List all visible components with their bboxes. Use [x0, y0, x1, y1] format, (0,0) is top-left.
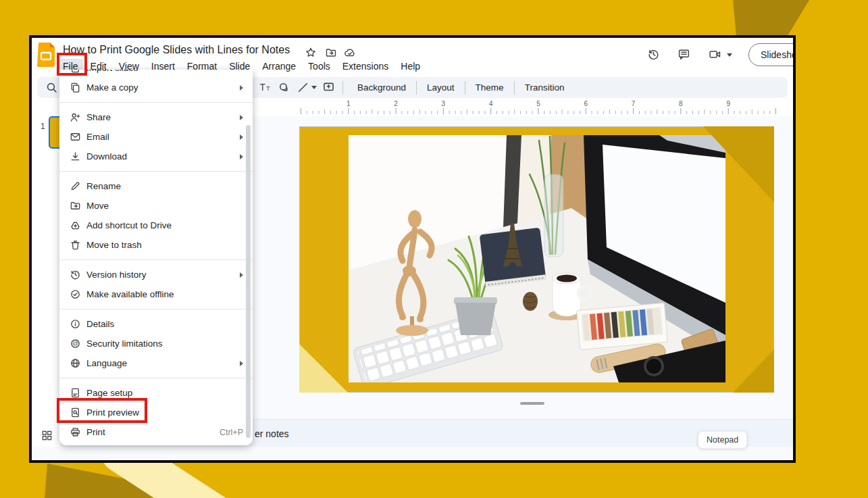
- file-menu: Import slidesMake a copyShareEmailDownlo…: [59, 70, 253, 445]
- menu-item-label: Rename: [86, 181, 121, 191]
- tutorial-screenshot: How to Print Google Slides with Lines fo…: [0, 0, 868, 498]
- rename-icon: [70, 180, 81, 192]
- file-menu-item-print[interactable]: PrintCtrl+P: [59, 422, 253, 442]
- comments-icon[interactable]: [678, 48, 690, 61]
- line-dropdown-icon[interactable]: [311, 86, 317, 89]
- star-icon[interactable]: [305, 47, 317, 59]
- slide[interactable]: [299, 126, 774, 393]
- file-menu-item-language[interactable]: Language: [59, 353, 253, 373]
- submenu-arrow-icon: [240, 154, 243, 159]
- menu-item-label: Print: [86, 427, 105, 437]
- move-folder-icon[interactable]: [325, 47, 337, 59]
- file-menu-item-share[interactable]: Share: [59, 107, 253, 127]
- menu-item-label: Make a copy: [86, 82, 138, 93]
- email-icon: [70, 131, 81, 143]
- menu-item-label: Page setup: [86, 388, 132, 398]
- file-menu-item-make-available-offline[interactable]: Make available offline: [59, 284, 253, 304]
- svg-text:8: 8: [679, 100, 683, 107]
- speaker-notes-text: er notes: [255, 428, 289, 439]
- slide-photo: [349, 135, 725, 382]
- download-icon: [70, 151, 81, 162]
- svg-text:T: T: [266, 84, 270, 92]
- bottom-strip: [32, 447, 793, 460]
- slideshow-button[interactable]: Slideshow: [748, 43, 793, 66]
- insert-text-box-icon[interactable]: TT: [257, 80, 272, 95]
- trash-icon: [70, 239, 81, 251]
- menu-item-label: Download: [86, 151, 127, 161]
- svg-text:9: 9: [726, 100, 730, 107]
- menu-item-label: Share: [86, 112, 111, 122]
- notepad-button[interactable]: Notepad: [698, 431, 747, 449]
- version-history-icon[interactable]: [647, 48, 660, 61]
- toolbar-divider: [416, 81, 417, 95]
- annotation-box-file: [57, 53, 87, 76]
- search-icon[interactable]: [45, 81, 58, 94]
- toolbar-divider: [342, 81, 343, 95]
- security-icon: @: [70, 338, 81, 349]
- info-icon: [70, 318, 81, 330]
- meet-camera-icon[interactable]: [709, 48, 721, 61]
- drive-add-icon: [70, 220, 81, 231]
- notes-resize-handle[interactable]: [520, 402, 544, 405]
- svg-text:3: 3: [442, 100, 446, 107]
- menu-item-label: Version history: [86, 270, 147, 280]
- file-menu-item-email[interactable]: Email: [59, 127, 253, 147]
- file-menu-item-move[interactable]: Move: [59, 196, 253, 216]
- menu-item-label: Details: [86, 319, 114, 329]
- menu-divider: [59, 309, 253, 309]
- insert-comment-icon[interactable]: [321, 80, 336, 95]
- menu-scrollbar[interactable]: [246, 125, 251, 438]
- grid-view-icon[interactable]: [41, 430, 53, 441]
- insert-line-icon[interactable]: [295, 80, 310, 95]
- cloud-saved-icon[interactable]: [344, 47, 356, 59]
- file-menu-item-move-to-trash[interactable]: Move to trash: [59, 235, 253, 255]
- layout-button[interactable]: Layout: [419, 80, 462, 95]
- file-menu-item-add-shortcut-to-drive[interactable]: Add shortcut to Drive: [59, 216, 253, 235]
- transition-button[interactable]: Transition: [517, 80, 572, 95]
- offline-icon: [70, 289, 81, 300]
- submenu-arrow-icon: [240, 361, 243, 366]
- theme-button[interactable]: Theme: [468, 80, 511, 95]
- document-title[interactable]: How to Print Google Slides with Lines fo…: [63, 44, 290, 56]
- file-menu-item-details[interactable]: Details: [59, 314, 253, 334]
- menu-divider: [59, 378, 253, 378]
- menu-item-label: Security limitations: [86, 339, 163, 349]
- file-menu-item-version-history[interactable]: Version history: [59, 265, 253, 284]
- menu-divider: [59, 102, 253, 103]
- menu-item-label: Import slides: [86, 70, 138, 73]
- menu-divider: [59, 259, 253, 260]
- file-menu-item-download[interactable]: Download: [59, 147, 253, 166]
- menubar-item-help[interactable]: Help: [395, 59, 426, 74]
- page-setup-icon: [70, 387, 81, 399]
- background-button[interactable]: Background: [350, 80, 413, 95]
- file-menu-item-rename[interactable]: Rename: [59, 176, 253, 196]
- menu-item-label: Move to trash: [86, 240, 142, 250]
- submenu-arrow-icon: [240, 85, 243, 91]
- history-icon: [70, 269, 81, 280]
- menu-divider: [59, 171, 253, 172]
- svg-text:5: 5: [536, 100, 540, 107]
- insert-shape-icon[interactable]: [276, 80, 291, 95]
- menu-item-label: Make available offline: [86, 289, 174, 299]
- camera-dropdown-icon[interactable]: [727, 53, 732, 57]
- folder-move-icon: [70, 200, 81, 211]
- copy-icon: [70, 82, 81, 93]
- svg-text:7: 7: [632, 100, 636, 107]
- toolbar-divider: [465, 81, 465, 95]
- svg-text:4: 4: [489, 100, 493, 107]
- menu-item-label: Add shortcut to Drive: [86, 220, 172, 230]
- print-icon: [70, 426, 81, 438]
- menubar-item-tools[interactable]: Tools: [303, 59, 336, 74]
- svg-text:6: 6: [584, 100, 588, 107]
- file-menu-item-security-limitations[interactable]: @Security limitations: [59, 334, 253, 353]
- menu-shortcut: Ctrl+P: [220, 428, 243, 437]
- menubar-item-extensions[interactable]: Extensions: [337, 59, 394, 74]
- annotation-box-print-preview: [57, 398, 147, 423]
- google-slides-logo-icon[interactable]: [37, 43, 55, 67]
- menubar-item-arrange[interactable]: Arrange: [257, 59, 301, 74]
- menu-item-label: Language: [86, 358, 127, 368]
- slideshow-label[interactable]: Slideshow: [749, 44, 793, 66]
- file-menu-item-make-a-copy[interactable]: Make a copy: [59, 78, 253, 97]
- file-menu-item-import-slides[interactable]: Import slides: [59, 70, 253, 78]
- svg-text:@: @: [72, 340, 78, 347]
